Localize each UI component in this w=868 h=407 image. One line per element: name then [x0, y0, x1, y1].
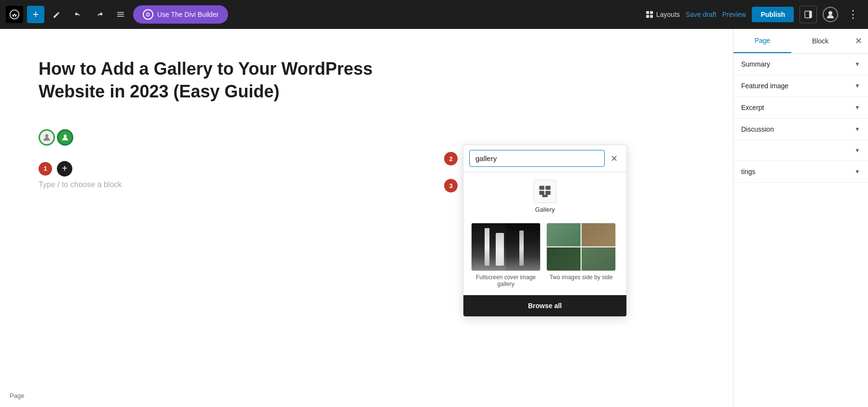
svg-point-9: [828, 11, 832, 15]
svg-rect-0: [117, 12, 124, 13]
avatar-2: [57, 129, 73, 146]
pattern-previews: Fullscreen cover image gallery Two image…: [463, 223, 626, 295]
user-avatar[interactable]: [823, 7, 838, 22]
gallery-label: Gallery: [535, 206, 555, 213]
edit-icon-button[interactable]: [48, 6, 66, 23]
svg-rect-1: [117, 14, 124, 15]
discussion-label: Discussion: [741, 125, 774, 133]
pattern-fullscreen-label: Fullscreen cover image gallery: [471, 274, 541, 287]
pattern-fullscreen-img: [471, 223, 541, 271]
browse-all-button[interactable]: Browse all: [463, 295, 626, 316]
avatar-1: [39, 129, 55, 146]
gallery-block-icon: [533, 180, 556, 203]
sidebar-tabs: Page Block ✕: [733, 29, 868, 54]
main-layout: How to Add a Gallery to Your WordPress W…: [0, 29, 868, 407]
pattern-two-images[interactable]: Two images side by side: [546, 223, 616, 287]
svg-rect-6: [650, 15, 653, 18]
hidden-panel-1[interactable]: ▼: [733, 140, 868, 161]
publish-button[interactable]: Publish: [752, 7, 794, 22]
svg-rect-3: [646, 11, 649, 14]
pattern-two-images-img: [546, 223, 616, 271]
page-label: Page: [10, 392, 24, 399]
excerpt-chevron: ▼: [854, 104, 860, 111]
page-attributes-chevron: ▼: [854, 168, 860, 175]
svg-rect-5: [646, 15, 649, 18]
save-draft-button[interactable]: Save draft: [686, 11, 717, 18]
summary-panel[interactable]: Summary ▼: [733, 54, 868, 75]
pattern-fullscreen[interactable]: Fullscreen cover image gallery: [471, 223, 541, 287]
more-options-button[interactable]: ⋮: [844, 6, 862, 23]
svg-rect-16: [542, 195, 548, 197]
summary-label: Summary: [741, 60, 770, 68]
step-1: 1: [39, 162, 52, 176]
layouts-button[interactable]: Layouts: [646, 11, 680, 18]
svg-point-11: [64, 135, 67, 137]
divi-icon: D: [143, 9, 153, 20]
page-attributes-panel[interactable]: tings ▼: [733, 161, 868, 183]
excerpt-label: Excerpt: [741, 104, 764, 111]
divi-builder-button[interactable]: D Use The Divi Builder: [133, 5, 228, 24]
svg-point-10: [45, 134, 49, 137]
featured-image-chevron: ▼: [854, 82, 860, 89]
svg-rect-14: [539, 191, 544, 195]
toolbar: + D Use The Divi Builder: [0, 0, 868, 29]
preview-button[interactable]: Preview: [722, 11, 746, 18]
hidden-chevron-1: ▼: [854, 147, 860, 154]
sidebar-close-button[interactable]: ✕: [849, 29, 868, 53]
tab-block[interactable]: Block: [791, 29, 849, 53]
collaborator-avatars: [39, 129, 73, 146]
svg-rect-8: [809, 11, 812, 18]
step-2: 2: [444, 152, 458, 165]
redo-button[interactable]: [91, 6, 108, 23]
gallery-block-result[interactable]: Gallery: [463, 172, 626, 221]
editor-area: How to Add a Gallery to Your WordPress W…: [0, 29, 733, 407]
block-inserter-popup: 2 ✕ 3: [463, 145, 627, 317]
page-attributes-label: tings: [741, 168, 756, 176]
featured-image-label: Featured image: [741, 82, 788, 90]
wp-logo[interactable]: [6, 6, 23, 23]
discussion-panel[interactable]: Discussion ▼: [733, 119, 868, 140]
pattern-two-images-label: Two images side by side: [546, 274, 616, 281]
tab-page[interactable]: Page: [733, 29, 791, 53]
summary-chevron: ▼: [854, 61, 860, 68]
svg-rect-12: [539, 186, 544, 190]
svg-rect-2: [117, 16, 124, 17]
undo-button[interactable]: [69, 6, 87, 23]
svg-rect-4: [650, 11, 653, 14]
featured-image-panel[interactable]: Featured image ▼: [733, 75, 868, 97]
step-3: 3: [444, 179, 458, 192]
excerpt-panel[interactable]: Excerpt ▼: [733, 97, 868, 119]
search-clear-button[interactable]: ✕: [608, 152, 621, 165]
tools-button[interactable]: [112, 6, 129, 23]
svg-rect-15: [545, 191, 551, 195]
svg-rect-13: [545, 186, 551, 190]
post-title[interactable]: How to Add a Gallery to Your WordPress W…: [39, 58, 424, 103]
sidebar-toggle-button[interactable]: [800, 6, 817, 23]
settings-sidebar: Page Block ✕ Summary ▼ Featured image ▼ …: [733, 29, 868, 407]
block-search-row: ✕: [463, 145, 626, 172]
add-block-button[interactable]: +: [57, 161, 72, 176]
add-block-toolbar-button[interactable]: +: [27, 6, 44, 23]
discussion-chevron: ▼: [854, 126, 860, 133]
block-search-input[interactable]: [469, 150, 605, 167]
toolbar-right: Layouts Save draft Preview Publish ⋮: [646, 6, 862, 23]
